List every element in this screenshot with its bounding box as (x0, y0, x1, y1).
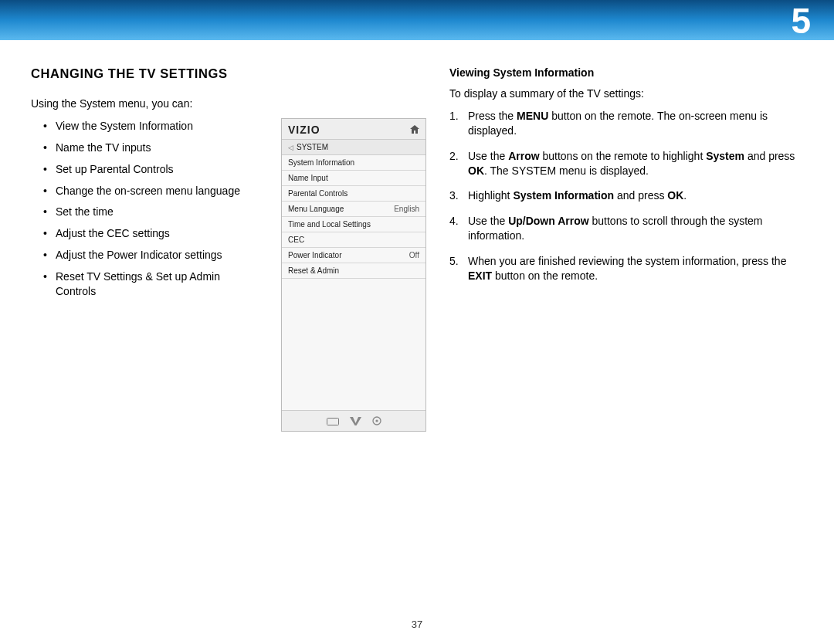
step-item: Use the Up/Down Arrow buttons to scroll … (449, 214, 803, 243)
list-item: Set up Parental Controls (45, 162, 258, 177)
left-column: CHANGING THE TV SETTINGS Using the Syste… (31, 66, 258, 432)
tv-menu-row[interactable]: Time and Local Settings (282, 217, 425, 232)
tv-breadcrumb-label: SYSTEM (297, 143, 328, 151)
step-item: Use the Arrow buttons on the remote to h… (449, 149, 803, 178)
svg-rect-0 (327, 418, 338, 425)
tv-row-label: Name Input (288, 174, 328, 182)
key-label: System (706, 150, 744, 162)
list-item: Adjust the Power Indicator settings (45, 248, 258, 263)
tv-row-value: English (394, 205, 419, 213)
tv-menu-header: VIZIO (282, 119, 425, 140)
list-item: Change the on-screen menu language (45, 184, 258, 198)
home-icon[interactable] (410, 125, 419, 135)
tv-menu-footer (282, 410, 425, 431)
right-column: Viewing System Information To display a … (449, 66, 803, 432)
key-label: Up/Down Arrow (508, 215, 588, 227)
tv-row-label: Time and Local Settings (288, 220, 371, 229)
tv-breadcrumb[interactable]: ◁ SYSTEM (282, 140, 425, 155)
tv-row-value: Off (409, 251, 419, 259)
page-number: 37 (412, 619, 422, 630)
list-item: Set the time (45, 205, 258, 219)
left-intro: Using the System menu, you can: (31, 97, 258, 111)
tv-menu-row[interactable]: System Information (282, 155, 425, 171)
page-content: CHANGING THE TV SETTINGS Using the Syste… (0, 40, 834, 432)
list-item: View the System Information (45, 119, 258, 134)
chapter-number: 5 (791, 0, 811, 42)
tv-menu-row[interactable]: Power Indicator Off (282, 248, 425, 263)
svg-point-2 (375, 419, 378, 422)
vizio-v-icon[interactable] (350, 415, 361, 425)
tv-menu-row[interactable]: Parental Controls (282, 186, 425, 202)
tv-row-label: CEC (288, 236, 304, 244)
chapter-header-band: 5 (0, 0, 834, 40)
tv-menu-empty-area (282, 279, 425, 410)
section-title: CHANGING THE TV SETTINGS (31, 66, 258, 81)
list-item: Adjust the CEC settings (45, 226, 258, 241)
tv-menu-row[interactable]: Reset & Admin (282, 263, 425, 279)
key-label: System Information (513, 189, 614, 202)
subsection-title: Viewing System Information (449, 66, 803, 79)
gear-icon[interactable] (372, 415, 381, 425)
step-item: Press the MENU button on the remote. The… (449, 109, 803, 138)
key-label: MENU (517, 110, 548, 122)
steps-list: Press the MENU button on the remote. The… (449, 109, 803, 283)
key-label: OK (468, 164, 484, 177)
tv-menu-row[interactable]: Name Input (282, 171, 425, 186)
tv-menu-column: VIZIO ◁ SYSTEM System Information Name I… (281, 66, 426, 432)
capabilities-list: View the System Information Name the TV … (31, 119, 258, 299)
tv-row-label: Reset & Admin (288, 266, 339, 275)
tv-menu-row[interactable]: CEC (282, 232, 425, 248)
tv-menu-row[interactable]: Menu Language English (282, 202, 425, 217)
tv-row-label: System Information (288, 158, 354, 167)
key-label: Arrow (508, 150, 539, 162)
step-item: When you are finished reviewing the syst… (449, 254, 803, 283)
step-item: Highlight System Information and press O… (449, 188, 803, 203)
right-intro: To display a summary of the TV settings: (449, 86, 803, 101)
list-item: Name the TV inputs (45, 141, 258, 155)
tv-row-label: Power Indicator (288, 251, 341, 259)
key-label: EXIT (468, 269, 492, 282)
back-icon: ◁ (288, 144, 293, 151)
tv-row-label: Menu Language (288, 205, 344, 213)
tv-menu-panel: VIZIO ◁ SYSTEM System Information Name I… (281, 118, 426, 432)
list-item: Reset TV Settings & Set up Admin Control… (45, 269, 258, 299)
key-label: OK (667, 189, 683, 202)
tv-row-label: Parental Controls (288, 189, 348, 198)
wide-icon[interactable] (327, 416, 339, 425)
tv-brand-logo: VIZIO (288, 124, 320, 136)
